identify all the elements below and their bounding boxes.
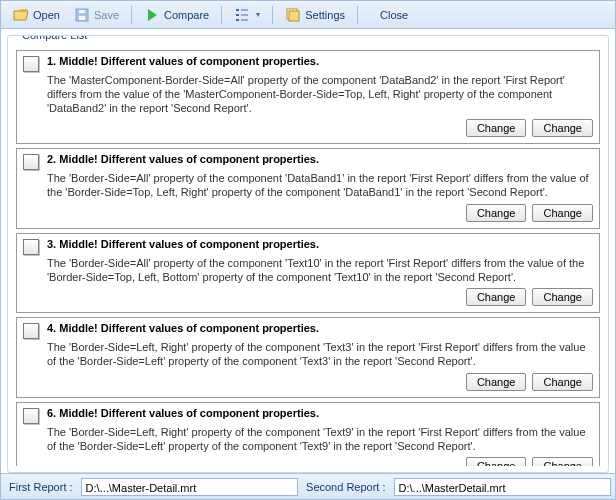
close-button[interactable]: Close [374, 7, 414, 23]
change-button-1[interactable]: Change [466, 457, 527, 466]
open-label: Open [33, 9, 60, 21]
compare-button[interactable]: Compare [138, 5, 215, 25]
settings-icon [285, 7, 301, 23]
checklist-icon [234, 7, 250, 23]
item-checkbox[interactable] [23, 154, 39, 170]
list-item: 3. Middle! Different values of component… [16, 233, 600, 314]
settings-button[interactable]: Settings [279, 5, 351, 25]
compare-list-scroll[interactable]: 1. Middle! Different values of component… [14, 46, 602, 466]
item-body: The 'Border-Side=Left, Right' property o… [47, 341, 593, 369]
change-button-1[interactable]: Change [466, 204, 527, 222]
svg-rect-2 [79, 10, 85, 13]
list-item: 4. Middle! Different values of component… [16, 317, 600, 398]
second-report-path[interactable]: D:\...\MasterDetail.mrt [394, 478, 611, 496]
settings-label: Settings [305, 9, 345, 21]
play-icon [144, 7, 160, 23]
change-button-1[interactable]: Change [466, 288, 527, 306]
svg-rect-1 [79, 16, 85, 20]
separator [221, 6, 222, 24]
list-item: 1. Middle! Different values of component… [16, 50, 600, 144]
chevron-down-icon: ▾ [256, 10, 260, 19]
first-report-label: First Report : [5, 481, 77, 493]
first-report-path[interactable]: D:\...\Master-Detail.mrt [81, 478, 298, 496]
compare-label: Compare [164, 9, 209, 21]
change-button-2[interactable]: Change [532, 457, 593, 466]
item-checkbox[interactable] [23, 408, 39, 424]
open-button[interactable]: Open [7, 5, 66, 25]
item-title: 6. Middle! Different values of component… [47, 407, 319, 419]
item-body: The 'Border-Side=All' property of the co… [47, 172, 593, 200]
item-title: 3. Middle! Different values of component… [47, 238, 319, 250]
item-body: The 'Border-Side=All' property of the co… [47, 257, 593, 285]
list-item: 6. Middle! Different values of component… [16, 402, 600, 466]
separator [131, 6, 132, 24]
status-bar: First Report : D:\...\Master-Detail.mrt … [1, 473, 615, 499]
save-label: Save [94, 9, 119, 21]
change-button-2[interactable]: Change [532, 373, 593, 391]
item-title: 4. Middle! Different values of component… [47, 322, 319, 334]
item-checkbox[interactable] [23, 323, 39, 339]
change-button-2[interactable]: Change [532, 288, 593, 306]
separator [357, 6, 358, 24]
compare-list-group: Compare List 1. Middle! Different values… [7, 35, 609, 473]
list-item: 2. Middle! Different values of component… [16, 148, 600, 229]
change-button-2[interactable]: Change [532, 204, 593, 222]
checklist-button[interactable]: ▾ [228, 5, 266, 25]
item-title: 2. Middle! Different values of component… [47, 153, 319, 165]
change-button-2[interactable]: Change [532, 119, 593, 137]
item-title: 1. Middle! Different values of component… [47, 55, 319, 67]
item-body: The 'MasterComponent-Border-Side=All' pr… [47, 74, 593, 115]
change-button-1[interactable]: Change [466, 119, 527, 137]
open-icon [13, 7, 29, 23]
close-label: Close [380, 9, 408, 21]
save-icon [74, 7, 90, 23]
item-checkbox[interactable] [23, 239, 39, 255]
item-checkbox[interactable] [23, 56, 39, 72]
second-report-label: Second Report : [302, 481, 390, 493]
group-title: Compare List [18, 35, 91, 41]
change-button-1[interactable]: Change [466, 373, 527, 391]
toolbar: Open Save Compare ▾ Settings Close [1, 1, 615, 29]
separator [272, 6, 273, 24]
item-body: The 'Border-Side=Left, Right' property o… [47, 426, 593, 454]
svg-rect-4 [289, 11, 299, 21]
save-button[interactable]: Save [68, 5, 125, 25]
